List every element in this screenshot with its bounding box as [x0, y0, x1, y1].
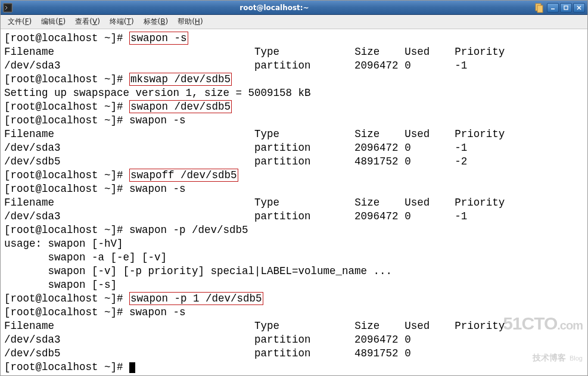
- svg-rect-4: [564, 6, 568, 10]
- menu-view[interactable]: 查看(V): [70, 15, 105, 28]
- cell: 0: [405, 60, 411, 72]
- prompt: [root@localhost ~]#: [4, 306, 129, 318]
- col-filename: Filename: [4, 46, 54, 58]
- col-filename: Filename: [4, 320, 54, 332]
- cell: partition: [254, 156, 311, 167]
- col-type: Type: [254, 46, 279, 58]
- maximize-button[interactable]: [560, 3, 572, 13]
- usage-line: swapon -a [-e] [-v]: [4, 251, 167, 263]
- prompt: [root@localhost ~]#: [4, 224, 129, 236]
- usage-line: swapon [-v] [-p priority] special|LABEL=…: [4, 265, 392, 277]
- col-size: Size: [354, 197, 379, 209]
- cmd-swapon-p-bad: swapon -p /dev/sdb5: [129, 224, 248, 236]
- cell: 0: [405, 347, 411, 359]
- col-size: Size: [354, 128, 379, 140]
- cell: 2096472: [354, 210, 399, 222]
- cmd-swapon-p1: swapon -p 1 /dev/sdb5: [129, 292, 263, 305]
- col-type: Type: [254, 197, 279, 209]
- cell: partition: [254, 60, 311, 72]
- menu-terminal[interactable]: 终端(T): [105, 15, 139, 28]
- terminal-app-icon: [3, 3, 13, 13]
- col-priority: Priority: [455, 197, 505, 209]
- cell: /dev/sda3: [4, 210, 61, 222]
- col-priority: Priority: [455, 46, 505, 58]
- cell: partition: [254, 210, 311, 222]
- cell: 0: [405, 142, 411, 154]
- documents-icon: [533, 2, 545, 14]
- terminal-cursor: [129, 362, 135, 373]
- cell: 4891752: [354, 156, 399, 167]
- prompt: [root@localhost ~]#: [4, 293, 129, 304]
- cell: 0: [405, 334, 411, 346]
- col-used: Used: [405, 128, 430, 140]
- cell: 0: [405, 156, 411, 167]
- col-size: Size: [354, 320, 379, 332]
- menu-help[interactable]: 帮助(H): [173, 15, 207, 28]
- cell: -2: [455, 156, 467, 167]
- cell: partition: [254, 334, 311, 346]
- terminal-output[interactable]: [root@localhost ~]# swapon -s Filename T…: [1, 29, 587, 375]
- cell: /dev/sdb5: [4, 156, 61, 167]
- cell: partition: [254, 142, 311, 154]
- cell: 2096472: [354, 142, 399, 154]
- svg-rect-0: [5, 5, 11, 11]
- minimize-button[interactable]: [547, 3, 559, 13]
- cell: /dev/sdb5: [4, 347, 61, 359]
- cmd-mkswap: mkswap /dev/sdb5: [129, 73, 232, 86]
- col-filename: Filename: [4, 197, 54, 209]
- col-size: Size: [354, 46, 379, 58]
- svg-rect-2: [537, 5, 543, 13]
- cell: /dev/sda3: [4, 142, 61, 154]
- cmd-swapon-dev: swapon /dev/sdb5: [129, 100, 232, 113]
- col-type: Type: [254, 320, 279, 332]
- prompt: [root@localhost ~]#: [4, 183, 129, 195]
- cell: 2096472: [354, 60, 399, 72]
- window-title: root@localhost:~: [16, 4, 533, 12]
- cell: 0: [405, 210, 411, 222]
- col-used: Used: [405, 46, 430, 58]
- usage-line: usage: swapon [-hV]: [4, 238, 123, 250]
- usage-line: swapon [-s]: [4, 279, 117, 291]
- cell: -1: [455, 142, 467, 154]
- cmd-swapon-s-4: swapon -s: [129, 306, 186, 318]
- close-button[interactable]: [573, 3, 585, 13]
- prompt: [root@localhost ~]#: [4, 169, 129, 181]
- cell: partition: [254, 347, 311, 359]
- menu-edit[interactable]: 编辑(E): [36, 15, 70, 28]
- window-titlebar: root@localhost:~: [1, 1, 587, 15]
- output-line: Setting up swapspace version 1, size = 5…: [4, 87, 311, 99]
- cell: /dev/sda3: [4, 60, 61, 72]
- cmd-swapon-s-2: swapon -s: [129, 114, 186, 126]
- col-priority: Priority: [455, 128, 505, 140]
- window-buttons: [547, 3, 585, 13]
- cell: -1: [455, 210, 467, 222]
- col-filename: Filename: [4, 128, 54, 140]
- cmd-swapon-s-1: swapon -s: [129, 32, 188, 45]
- prompt: [root@localhost ~]#: [4, 114, 129, 126]
- menu-tabs[interactable]: 标签(B): [139, 15, 173, 28]
- prompt: [root@localhost ~]#: [4, 101, 129, 113]
- cell: 4891752: [354, 347, 399, 359]
- cmd-swapoff: swapoff /dev/sdb5: [129, 169, 238, 182]
- col-used: Used: [405, 320, 430, 332]
- prompt: [root@localhost ~]#: [4, 361, 129, 373]
- prompt: [root@localhost ~]#: [4, 73, 129, 85]
- cmd-swapon-s-3: swapon -s: [129, 183, 186, 195]
- cell: 2096472: [354, 334, 399, 346]
- cell: -1: [455, 60, 467, 72]
- menubar: 文件(F) 编辑(E) 查看(V) 终端(T) 标签(B) 帮助(H): [1, 15, 587, 29]
- watermark: 51CTO.com 技术博客Blog: [503, 294, 583, 372]
- cell: /dev/sda3: [4, 334, 61, 346]
- col-used: Used: [405, 197, 430, 209]
- prompt: [root@localhost ~]#: [4, 32, 129, 44]
- col-type: Type: [254, 128, 279, 140]
- col-priority: Priority: [455, 320, 505, 332]
- menu-file[interactable]: 文件(F): [3, 15, 36, 28]
